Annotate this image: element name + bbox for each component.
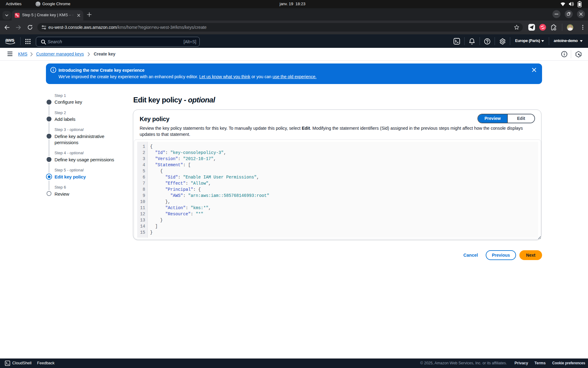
- svg-text:aws: aws: [5, 37, 14, 43]
